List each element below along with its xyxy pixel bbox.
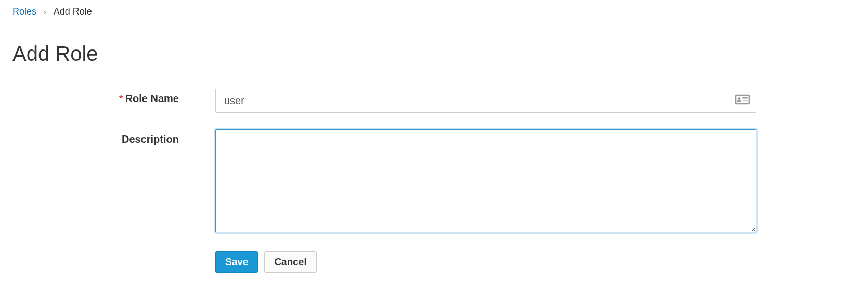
breadcrumb-current: Add Role [54,6,92,17]
description-label: Description [12,129,215,145]
breadcrumb-link-roles[interactable]: Roles [12,6,36,17]
save-button[interactable]: Save [215,251,258,273]
description-input-wrap [215,129,756,234]
required-indicator: * [119,93,123,104]
form-row-description: Description [12,129,856,234]
role-name-label-text: Role Name [125,93,179,104]
role-name-input-wrap [215,89,756,113]
page-title: Add Role [12,42,856,66]
cancel-button[interactable]: Cancel [264,251,316,273]
breadcrumb-separator: › [44,8,46,16]
role-name-input[interactable] [215,89,756,113]
breadcrumb: Roles › Add Role [12,6,856,17]
form-actions: Save Cancel [215,251,856,273]
role-name-label: *Role Name [12,89,215,105]
description-textarea[interactable] [215,129,756,232]
form-row-role-name: *Role Name [12,89,856,113]
